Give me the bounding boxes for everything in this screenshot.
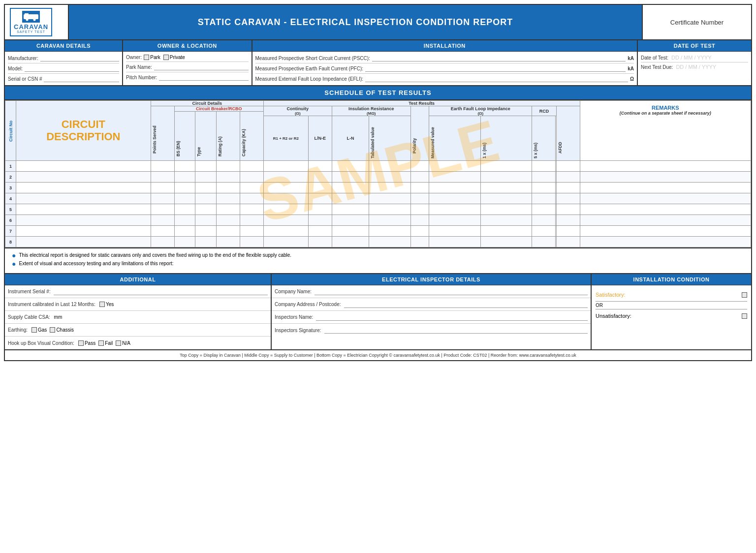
park-checkbox[interactable] <box>144 55 149 60</box>
efli-field[interactable] <box>365 75 628 82</box>
data-cell[interactable] <box>410 183 429 193</box>
remarks-cell[interactable] <box>580 183 751 193</box>
data-cell[interactable] <box>195 237 217 247</box>
data-cell[interactable] <box>240 183 263 193</box>
remarks-cell[interactable] <box>580 161 751 172</box>
data-cell[interactable] <box>174 183 195 193</box>
data-cell[interactable] <box>556 161 580 172</box>
remarks-cell[interactable] <box>580 193 751 204</box>
data-cell[interactable] <box>151 183 174 193</box>
data-cell[interactable] <box>151 226 174 237</box>
data-cell[interactable] <box>174 204 195 215</box>
data-cell[interactable] <box>308 204 332 215</box>
data-cell[interactable] <box>332 161 369 172</box>
data-cell[interactable] <box>263 172 308 183</box>
data-cell[interactable] <box>151 237 174 247</box>
manufacturer-field[interactable] <box>40 55 119 61</box>
data-cell[interactable] <box>195 183 217 193</box>
data-cell[interactable] <box>332 226 369 237</box>
pitch-number-field[interactable] <box>159 74 248 81</box>
data-cell[interactable] <box>217 215 240 226</box>
data-cell[interactable] <box>263 204 308 215</box>
data-cell[interactable] <box>16 237 151 247</box>
data-cell[interactable] <box>332 215 369 226</box>
data-cell[interactable] <box>240 161 263 172</box>
private-checkbox[interactable] <box>163 55 169 60</box>
data-cell[interactable] <box>429 183 480 193</box>
data-cell[interactable] <box>532 215 556 226</box>
data-cell[interactable] <box>174 215 195 226</box>
data-cell[interactable] <box>532 183 556 193</box>
data-cell[interactable] <box>151 204 174 215</box>
data-cell[interactable] <box>16 172 151 183</box>
data-cell[interactable] <box>217 172 240 183</box>
data-cell[interactable] <box>410 215 429 226</box>
data-cell[interactable] <box>240 193 263 204</box>
pass-checkbox[interactable] <box>78 340 84 346</box>
data-cell[interactable] <box>429 172 480 183</box>
data-cell[interactable] <box>532 226 556 237</box>
data-cell[interactable] <box>369 215 411 226</box>
data-cell[interactable] <box>195 215 217 226</box>
data-cell[interactable] <box>151 193 174 204</box>
instrument-serial-field[interactable] <box>54 288 268 295</box>
data-cell[interactable] <box>480 161 532 172</box>
data-cell[interactable] <box>480 215 532 226</box>
data-cell[interactable] <box>174 161 195 172</box>
data-cell[interactable] <box>532 204 556 215</box>
data-cell[interactable] <box>308 226 332 237</box>
company-name-field[interactable] <box>315 288 588 295</box>
data-cell[interactable] <box>217 226 240 237</box>
data-cell[interactable] <box>174 226 195 237</box>
data-cell[interactable] <box>308 172 332 183</box>
data-cell[interactable] <box>308 215 332 226</box>
data-cell[interactable] <box>532 193 556 204</box>
data-cell[interactable] <box>369 237 411 247</box>
data-cell[interactable] <box>480 183 532 193</box>
pfc-field[interactable] <box>365 65 626 72</box>
data-cell[interactable] <box>16 226 151 237</box>
data-cell[interactable] <box>556 215 580 226</box>
data-cell[interactable] <box>195 204 217 215</box>
remarks-cell[interactable] <box>580 172 751 183</box>
gas-checkbox[interactable] <box>32 327 37 333</box>
data-cell[interactable] <box>480 193 532 204</box>
serial-field[interactable] <box>44 75 119 82</box>
data-cell[interactable] <box>556 183 580 193</box>
model-field[interactable] <box>25 65 119 72</box>
data-cell[interactable] <box>480 237 532 247</box>
satisfactory-checkbox[interactable] <box>742 292 747 298</box>
data-cell[interactable] <box>263 237 308 247</box>
inspector-name-field[interactable] <box>316 314 588 321</box>
data-cell[interactable] <box>369 161 411 172</box>
data-cell[interactable] <box>332 172 369 183</box>
date-of-test-field[interactable]: DD / MM / YYYY <box>671 55 712 61</box>
data-cell[interactable] <box>308 237 332 247</box>
fail-checkbox[interactable] <box>98 340 104 346</box>
data-cell[interactable] <box>332 183 369 193</box>
data-cell[interactable] <box>480 172 532 183</box>
data-cell[interactable] <box>263 161 308 172</box>
data-cell[interactable] <box>532 172 556 183</box>
data-cell[interactable] <box>410 226 429 237</box>
data-cell[interactable] <box>263 183 308 193</box>
data-cell[interactable] <box>217 183 240 193</box>
remarks-cell[interactable] <box>580 215 751 226</box>
data-cell[interactable] <box>332 237 369 247</box>
data-cell[interactable] <box>240 172 263 183</box>
data-cell[interactable] <box>556 172 580 183</box>
park-name-field[interactable] <box>154 63 249 70</box>
data-cell[interactable] <box>556 204 580 215</box>
data-cell[interactable] <box>480 226 532 237</box>
data-cell[interactable] <box>217 193 240 204</box>
data-cell[interactable] <box>217 237 240 247</box>
next-test-field[interactable]: DD / MM / YYYY <box>676 64 716 70</box>
data-cell[interactable] <box>240 215 263 226</box>
data-cell[interactable] <box>429 193 480 204</box>
data-cell[interactable] <box>151 215 174 226</box>
data-cell[interactable] <box>532 161 556 172</box>
data-cell[interactable] <box>174 193 195 204</box>
data-cell[interactable] <box>263 193 308 204</box>
remarks-cell[interactable] <box>580 204 751 215</box>
yes-checkbox[interactable] <box>99 302 105 307</box>
